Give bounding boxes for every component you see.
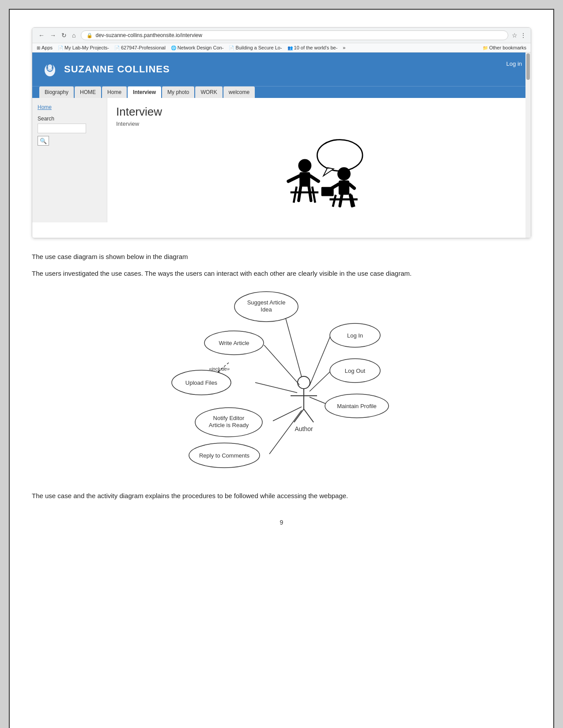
- bookmark-more[interactable]: »: [343, 45, 345, 50]
- svg-text:Reply to Comments: Reply to Comments: [199, 452, 249, 459]
- svg-point-5: [298, 159, 311, 172]
- page-subtitle: Interview: [116, 120, 522, 127]
- search-input[interactable]: [38, 124, 86, 133]
- doc-icon-2: 📄: [114, 45, 120, 50]
- site-title: SUZANNE COLLINES: [64, 64, 170, 75]
- interview-illustration: [257, 137, 381, 211]
- paragraph-2: The users investigated the use cases. Th…: [32, 268, 531, 279]
- nav-myphoto[interactable]: My photo: [162, 86, 194, 98]
- browser-window: ← → ↻ ⌂ 🔒 dev-suzanne-collins.pantheonsi…: [32, 27, 531, 238]
- svg-line-28: [304, 409, 314, 422]
- svg-text:Notify Editor: Notify Editor: [213, 415, 244, 421]
- bookmark-mylab[interactable]: 📄 My Lab-My Projects-: [58, 45, 109, 50]
- scrollbar[interactable]: [525, 53, 531, 238]
- svg-line-31: [310, 336, 330, 386]
- website-content: SUZANNE COLLINES Log in Biography HOME H…: [32, 53, 531, 238]
- site-body: Home Search 🔍 Interview Interview: [32, 98, 531, 222]
- svg-text:Idea: Idea: [261, 306, 272, 313]
- page-footer: 9: [32, 519, 531, 526]
- svg-line-33: [310, 371, 331, 391]
- bookmark-network-label: Network Design Con-: [178, 45, 224, 50]
- people-icon: 👥: [287, 45, 293, 50]
- site-header: SUZANNE COLLINES Log in: [32, 53, 531, 86]
- bookmark-apps-label: Apps: [42, 45, 53, 50]
- search-button[interactable]: 🔍: [38, 136, 49, 146]
- bookmark-building-label: Building a Secure Lo-: [235, 45, 282, 50]
- svg-text:Article is Ready: Article is Ready: [208, 422, 249, 428]
- menu-icon[interactable]: ⋮: [520, 32, 526, 39]
- nav-home[interactable]: Home: [102, 86, 127, 98]
- svg-point-3: [317, 140, 363, 171]
- logo-area: SUZANNE COLLINES: [41, 60, 170, 78]
- bookmark-apps[interactable]: ⊞ Apps: [37, 45, 53, 50]
- forward-button[interactable]: →: [48, 31, 58, 40]
- browser-actions: ☆ ⋮: [512, 32, 526, 39]
- bookmark-other[interactable]: 📁 Other bookmarks: [483, 45, 526, 50]
- folder-icon: 📁: [483, 45, 488, 50]
- page-title: Interview: [116, 105, 522, 119]
- site-logo-icon: [41, 60, 59, 78]
- bookmark-building[interactable]: 📄 Building a Secure Lo-: [229, 45, 282, 50]
- doc-icon-1: 📄: [58, 45, 63, 50]
- bookmark-other-label: Other bookmarks: [489, 45, 526, 50]
- svg-text:Maintain Profile: Maintain Profile: [337, 403, 377, 409]
- svg-point-24: [298, 376, 310, 389]
- svg-line-7: [288, 176, 299, 181]
- star-icon[interactable]: ☆: [512, 32, 518, 39]
- search-label: Search: [38, 116, 102, 122]
- svg-point-14: [337, 167, 351, 180]
- svg-line-30: [284, 312, 302, 377]
- svg-marker-4: [323, 168, 333, 176]
- interview-image: [116, 132, 522, 215]
- site-main: Interview Interview: [107, 98, 531, 222]
- svg-line-9: [294, 187, 297, 203]
- svg-rect-15: [338, 180, 349, 195]
- bookmark-network[interactable]: 🌐 Network Design Con-: [171, 45, 224, 50]
- svg-text:Write Article: Write Article: [219, 340, 249, 346]
- back-button[interactable]: ←: [37, 31, 46, 40]
- browser-toolbar: ← → ↻ ⌂ 🔒 dev-suzanne-collins.pantheonsi…: [32, 28, 531, 43]
- svg-text:Log Out: Log Out: [344, 368, 365, 374]
- nav-welcome[interactable]: welcome: [223, 86, 255, 98]
- reload-button[interactable]: ↻: [60, 31, 68, 40]
- more-icon: »: [343, 45, 345, 50]
- svg-text:Log In: Log In: [347, 332, 363, 339]
- svg-line-19: [333, 195, 336, 207]
- paragraph-1: The use case diagram is shown below in t…: [32, 251, 531, 262]
- search-icon: 🔍: [40, 138, 47, 144]
- address-bar[interactable]: 🔒 dev-suzanne-collins.pantheonsite.io/in…: [81, 30, 508, 40]
- bookmark-10worlds[interactable]: 👥 10 of the world's be-: [287, 45, 338, 50]
- svg-line-8: [310, 176, 318, 181]
- apps-icon: ⊞: [37, 45, 40, 50]
- bookmarks-bar: ⊞ Apps 📄 My Lab-My Projects- 📄 627947-Pr…: [32, 43, 531, 53]
- bookmark-mylab-label: My Lab-My Projects-: [64, 45, 109, 50]
- nav-biography[interactable]: Biography: [39, 86, 74, 98]
- svg-line-32: [264, 345, 299, 385]
- site-nav: Biography HOME Home Interview My photo W…: [32, 86, 531, 98]
- svg-line-23: [350, 195, 352, 206]
- usecase-diagram: Author «include»: [127, 288, 436, 477]
- svg-line-12: [299, 187, 301, 201]
- svg-text:Author: Author: [295, 425, 313, 432]
- svg-text:Suggest Article: Suggest Article: [247, 299, 285, 306]
- nav-home-caps[interactable]: HOME: [75, 86, 101, 98]
- svg-line-22: [340, 195, 342, 206]
- nav-work[interactable]: WORK: [195, 86, 222, 98]
- breadcrumb-link[interactable]: Home: [38, 104, 102, 110]
- document-page: ← → ↻ ⌂ 🔒 dev-suzanne-collins.pantheonsi…: [9, 9, 554, 728]
- svg-rect-6: [299, 172, 310, 187]
- login-button[interactable]: Log in: [506, 60, 522, 67]
- bookmark-627947[interactable]: 📄 627947-Professional: [114, 45, 166, 50]
- bookmark-10worlds-label: 10 of the world's be-: [294, 45, 338, 50]
- svg-line-27: [294, 409, 304, 422]
- bookmark-627947-label: 627947-Professional: [121, 45, 166, 50]
- svg-point-2: [48, 64, 52, 69]
- svg-line-17: [349, 184, 354, 188]
- nav-interview[interactable]: Interview: [128, 86, 161, 98]
- svg-line-10: [312, 187, 315, 203]
- svg-text:Upload Files: Upload Files: [185, 379, 217, 386]
- svg-rect-18: [321, 187, 333, 196]
- security-icon: 🔒: [87, 33, 93, 38]
- page-number: 9: [280, 519, 283, 526]
- home-button[interactable]: ⌂: [70, 31, 77, 40]
